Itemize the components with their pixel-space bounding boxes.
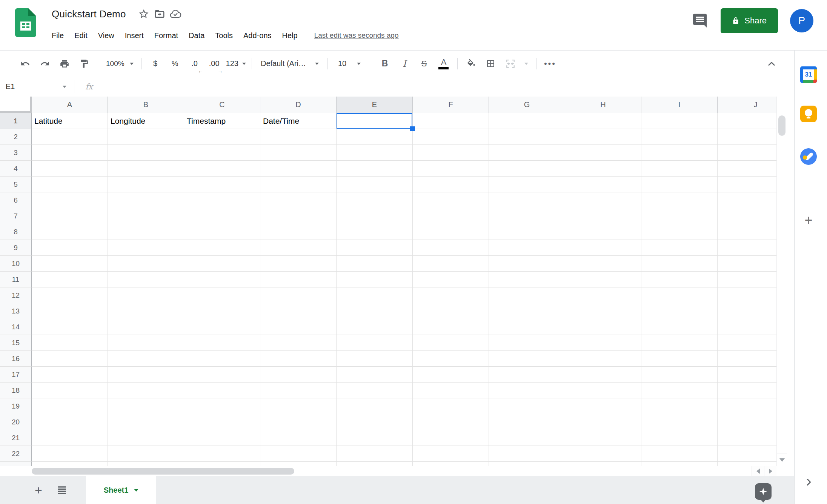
- cell-E18[interactable]: [337, 383, 413, 398]
- move-to-folder-icon[interactable]: [152, 6, 168, 22]
- cell-C11[interactable]: [184, 272, 260, 287]
- vertical-scrollbar-thumb[interactable]: [778, 115, 785, 136]
- cell-C23[interactable]: [184, 462, 260, 466]
- cell-J8[interactable]: [718, 224, 776, 240]
- cell-I18[interactable]: [641, 383, 718, 398]
- cell-A19[interactable]: [32, 398, 108, 414]
- cell-J16[interactable]: [718, 351, 776, 367]
- cell-B16[interactable]: [108, 351, 184, 367]
- cell-H19[interactable]: [565, 398, 641, 414]
- cell-H5[interactable]: [565, 177, 641, 192]
- cell-B11[interactable]: [108, 272, 184, 287]
- cell-H22[interactable]: [565, 446, 641, 462]
- merge-cells-button[interactable]: [501, 54, 520, 74]
- cell-A16[interactable]: [32, 351, 108, 367]
- cell-F19[interactable]: [413, 398, 489, 414]
- column-header-E[interactable]: E: [337, 97, 413, 113]
- cell-G4[interactable]: [489, 161, 565, 177]
- cell-C3[interactable]: [184, 145, 260, 161]
- column-header-F[interactable]: F: [413, 97, 489, 113]
- row-header-12[interactable]: 12: [0, 287, 32, 303]
- explore-button[interactable]: [755, 483, 772, 500]
- cell-E23[interactable]: [337, 462, 413, 466]
- scroll-left-button[interactable]: [752, 466, 764, 476]
- cell-B6[interactable]: [108, 192, 184, 208]
- cell-J5[interactable]: [718, 177, 776, 192]
- menu-data[interactable]: Data: [183, 28, 210, 43]
- cell-B12[interactable]: [108, 287, 184, 303]
- cell-I21[interactable]: [641, 430, 718, 446]
- google-calendar-icon[interactable]: 31: [800, 66, 817, 83]
- cell-H14[interactable]: [565, 319, 641, 335]
- cell-H20[interactable]: [565, 414, 641, 430]
- cell-J23[interactable]: [718, 462, 776, 466]
- cell-A14[interactable]: [32, 319, 108, 335]
- cell-A11[interactable]: [32, 272, 108, 287]
- cell-I22[interactable]: [641, 446, 718, 462]
- horizontal-scrollbar[interactable]: [32, 466, 752, 476]
- increase-decimal-button[interactable]: .00→: [205, 54, 224, 74]
- menu-format[interactable]: Format: [149, 28, 183, 43]
- cell-G23[interactable]: [489, 462, 565, 466]
- cell-F18[interactable]: [413, 383, 489, 398]
- cell-D6[interactable]: [260, 192, 337, 208]
- cell-B9[interactable]: [108, 240, 184, 256]
- cell-G15[interactable]: [489, 335, 565, 351]
- cell-G1[interactable]: [489, 113, 565, 129]
- cell-F15[interactable]: [413, 335, 489, 351]
- star-icon[interactable]: [136, 6, 152, 22]
- cell-C20[interactable]: [184, 414, 260, 430]
- cell-A5[interactable]: [32, 177, 108, 192]
- cell-H16[interactable]: [565, 351, 641, 367]
- cell-B17[interactable]: [108, 367, 184, 383]
- cell-B18[interactable]: [108, 383, 184, 398]
- cell-F10[interactable]: [413, 256, 489, 272]
- cell-J13[interactable]: [718, 303, 776, 319]
- cell-J11[interactable]: [718, 272, 776, 287]
- cell-C19[interactable]: [184, 398, 260, 414]
- menu-addons[interactable]: Add-ons: [238, 28, 277, 43]
- format-percent-button[interactable]: %: [166, 54, 184, 74]
- cell-A7[interactable]: [32, 208, 108, 224]
- cell-D11[interactable]: [260, 272, 337, 287]
- cell-E2[interactable]: [337, 129, 413, 145]
- menu-file[interactable]: File: [46, 28, 69, 43]
- cell-H6[interactable]: [565, 192, 641, 208]
- cell-F4[interactable]: [413, 161, 489, 177]
- cell-J4[interactable]: [718, 161, 776, 177]
- cell-B5[interactable]: [108, 177, 184, 192]
- cell-I4[interactable]: [641, 161, 718, 177]
- cell-I1[interactable]: [641, 113, 718, 129]
- cell-I15[interactable]: [641, 335, 718, 351]
- cell-G21[interactable]: [489, 430, 565, 446]
- select-all-corner[interactable]: [0, 97, 32, 113]
- row-header-3[interactable]: 3: [0, 145, 32, 161]
- cell-E1[interactable]: [337, 113, 413, 129]
- cell-I16[interactable]: [641, 351, 718, 367]
- menu-edit[interactable]: Edit: [69, 28, 92, 43]
- cloud-saved-icon[interactable]: [168, 6, 183, 22]
- cell-E8[interactable]: [337, 224, 413, 240]
- cell-C17[interactable]: [184, 367, 260, 383]
- cell-C13[interactable]: [184, 303, 260, 319]
- cell-J14[interactable]: [718, 319, 776, 335]
- cell-F12[interactable]: [413, 287, 489, 303]
- cell-F2[interactable]: [413, 129, 489, 145]
- cell-E19[interactable]: [337, 398, 413, 414]
- all-sheets-button[interactable]: [54, 482, 70, 498]
- cell-C9[interactable]: [184, 240, 260, 256]
- cell-H15[interactable]: [565, 335, 641, 351]
- row-header-20[interactable]: 20: [0, 414, 32, 430]
- cell-J3[interactable]: [718, 145, 776, 161]
- fill-color-button[interactable]: [462, 54, 481, 74]
- cell-H8[interactable]: [565, 224, 641, 240]
- row-header-11[interactable]: 11: [0, 272, 32, 287]
- menu-view[interactable]: View: [93, 28, 120, 43]
- row-header-17[interactable]: 17: [0, 367, 32, 383]
- row-header-21[interactable]: 21: [0, 430, 32, 446]
- cell-D12[interactable]: [260, 287, 337, 303]
- sheets-logo-icon[interactable]: [15, 8, 36, 37]
- cell-H10[interactable]: [565, 256, 641, 272]
- cell-D19[interactable]: [260, 398, 337, 414]
- cell-E16[interactable]: [337, 351, 413, 367]
